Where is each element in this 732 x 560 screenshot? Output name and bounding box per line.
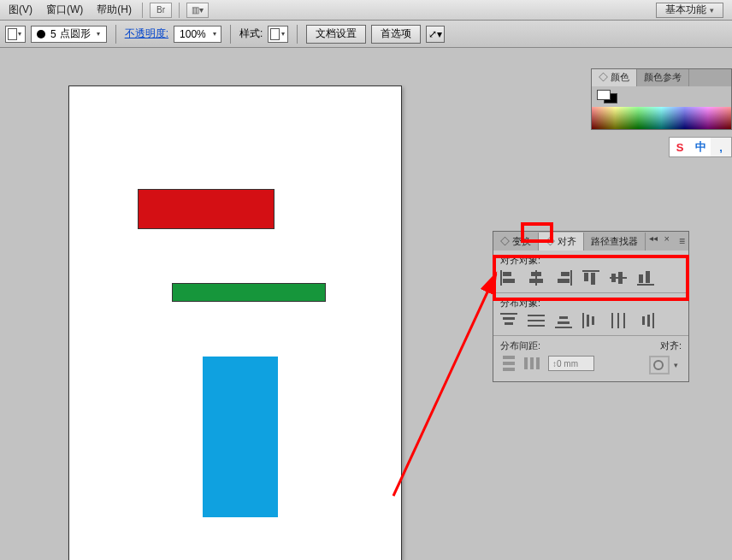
- dist-top-icon[interactable]: [500, 313, 517, 328]
- brush-preset[interactable]: 5 点圆形 ▾: [31, 26, 107, 43]
- tab-pathfinder[interactable]: 路径查找器: [584, 233, 646, 251]
- tab-color[interactable]: ◇ 颜色: [592, 69, 637, 86]
- menu-window[interactable]: 窗口(W): [39, 0, 90, 20]
- fill-stroke-swatches[interactable]: [597, 90, 617, 103]
- panel-close-icon[interactable]: ×: [664, 233, 670, 244]
- dist-bottom-icon[interactable]: [555, 313, 572, 328]
- fill-stroke-swatch[interactable]: ▾: [5, 26, 26, 43]
- separator: [230, 25, 231, 44]
- opacity-label: 不透明度:: [125, 27, 168, 41]
- style-swatch[interactable]: ▾: [268, 26, 288, 43]
- blue-rectangle[interactable]: [203, 357, 278, 517]
- ime-icon: S: [670, 138, 690, 156]
- panel-collapse-icon[interactable]: ◂◂: [649, 233, 658, 243]
- green-rectangle[interactable]: [172, 283, 326, 302]
- distribute-objects-section: 分布对象:: [493, 293, 688, 336]
- dist-space-h-icon[interactable]: [524, 356, 541, 371]
- tab-align[interactable]: ◇ 对齐: [539, 233, 584, 251]
- red-rectangle[interactable]: [138, 189, 274, 229]
- dist-hcenter-icon[interactable]: [610, 313, 627, 328]
- ime-lang: 中: [690, 138, 711, 156]
- artboard[interactable]: [68, 85, 402, 560]
- dist-vcenter-icon[interactable]: [528, 313, 545, 328]
- align-left-icon[interactable]: [500, 270, 517, 286]
- opacity-field[interactable]: 100%▾: [174, 26, 221, 43]
- align-vcenter-icon[interactable]: [610, 270, 627, 286]
- align-to-button[interactable]: [649, 356, 670, 374]
- color-spectrum[interactable]: [592, 107, 731, 129]
- align-objects-section: 对齐对象:: [493, 251, 688, 293]
- distribute-objects-label: 分布对象:: [500, 297, 682, 309]
- align-panel[interactable]: ◇ 变换 ◇ 对齐 路径查找器 ◂◂ × ≡ 对齐对象: 分布对象: 分: [493, 231, 689, 382]
- dist-left-icon[interactable]: [582, 313, 599, 328]
- panel-menu-icon[interactable]: ≡: [679, 235, 685, 247]
- prefs-flyout-icon[interactable]: ⤢▾: [426, 26, 445, 43]
- preferences-button[interactable]: 首选项: [371, 25, 421, 44]
- spacing-field[interactable]: ↕ 0 mm: [548, 356, 594, 371]
- brush-name: 点圆形: [60, 27, 91, 41]
- tab-color-guide[interactable]: 颜色参考: [637, 69, 689, 86]
- bridge-icon[interactable]: Br: [150, 3, 172, 18]
- menu-view[interactable]: 图(V): [2, 0, 39, 20]
- align-right-icon[interactable]: [555, 270, 572, 286]
- brush-dot-icon: [37, 30, 45, 38]
- workspace-switcher[interactable]: 基本功能: [656, 3, 723, 18]
- document-setup-button[interactable]: 文档设置: [306, 25, 366, 44]
- ime-punct: ,: [711, 138, 731, 156]
- dist-right-icon[interactable]: [637, 313, 654, 328]
- separator: [297, 25, 298, 44]
- separator: [142, 3, 143, 18]
- color-panel[interactable]: ◇ 颜色 颜色参考: [591, 68, 732, 130]
- align-top-icon[interactable]: [582, 270, 599, 286]
- stroke-size: 5: [50, 28, 56, 40]
- menu-help[interactable]: 帮助(H): [90, 0, 139, 20]
- dist-space-v-icon[interactable]: [500, 356, 517, 371]
- tab-transform[interactable]: ◇ 变换: [493, 233, 539, 251]
- arrange-docs-icon[interactable]: ▥▾: [186, 3, 209, 18]
- align-objects-label: 对齐对象:: [500, 254, 682, 267]
- style-label: 样式:: [239, 27, 263, 41]
- ime-indicator[interactable]: S 中 ,: [669, 137, 732, 157]
- distribute-spacing-label: 分布间距:: [500, 339, 594, 352]
- align-bottom-icon[interactable]: [637, 270, 654, 286]
- align-hcenter-icon[interactable]: [528, 270, 545, 286]
- separator: [115, 25, 116, 44]
- separator: [179, 3, 180, 18]
- align-to-label: 对齐:: [649, 339, 682, 352]
